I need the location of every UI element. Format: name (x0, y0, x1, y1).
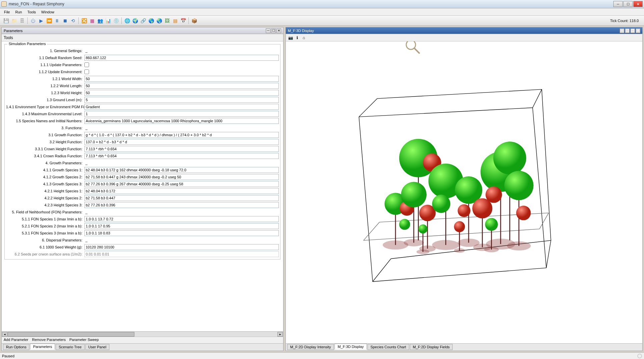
scroll-left-icon[interactable]: ◄ (2, 332, 7, 337)
close-button[interactable]: ✕ (633, 1, 643, 7)
earth-icon[interactable]: 🌎 (147, 17, 155, 24)
calendar-icon[interactable]: 📅 (179, 17, 187, 24)
main-split: Parameters ─ ☐ ✕ Tools Simulation Parame… (0, 26, 644, 352)
export-icon[interactable]: 📦 (190, 17, 198, 24)
step-icon[interactable]: ⏩ (45, 17, 53, 24)
grid-icon[interactable]: ▦ (88, 17, 96, 24)
growth-function-input[interactable] (84, 132, 279, 138)
folder-icon[interactable]: 📁 (10, 17, 18, 24)
param-value: _ (84, 238, 279, 242)
panel-maximize-icon[interactable]: ☐ (625, 28, 630, 33)
horizontal-scrollbar[interactable]: ◄ ► (2, 331, 283, 337)
svg-point-35 (458, 204, 470, 217)
world-height-input[interactable] (84, 90, 279, 96)
save-icon[interactable]: 💾 (2, 17, 10, 24)
default-random-seed-input[interactable] (84, 55, 279, 61)
remove-parameters-link[interactable]: Remove Parameters (32, 338, 66, 342)
display-panel-header: M_F:3D Display ─ ☐ ❐ ✕ (286, 27, 642, 34)
param-label: 1.2.3 World Height: (6, 91, 84, 95)
database-icon[interactable]: 🗄 (18, 17, 26, 24)
param-label: 4.1.1 Growth Species 1: (6, 168, 84, 172)
globe-icon[interactable]: 🌐 (123, 17, 131, 24)
menu-tools[interactable]: Tools (25, 9, 39, 15)
tab-3d-display[interactable]: M_F:3D Display (335, 344, 367, 350)
panel-close-icon[interactable]: ✕ (636, 28, 640, 33)
network-icon[interactable]: 🔗 (139, 17, 147, 24)
power-icon[interactable]: ⏻ (29, 17, 37, 24)
height-function-input[interactable] (84, 139, 279, 145)
height-species-3-input[interactable] (84, 202, 279, 208)
scroll-thumb[interactable] (8, 332, 134, 337)
tab-parameters[interactable]: Parameters (30, 344, 55, 350)
menu-window[interactable]: Window (39, 9, 57, 15)
fon-species-2-input[interactable] (84, 223, 279, 229)
statusbar: Paused (0, 352, 644, 359)
separator (121, 17, 122, 24)
growth-species-3-input[interactable] (84, 181, 279, 187)
world-icon[interactable]: 🌍 (131, 17, 139, 24)
height-species-2-input[interactable] (84, 195, 279, 201)
tab-run-options[interactable]: Run Options (3, 344, 29, 350)
parameters-scroll-area[interactable]: Simulation Parameters 1. General Setting… (2, 41, 283, 331)
tab-2d-intensity[interactable]: M_F:2D Display Intensity (287, 344, 334, 350)
param-label: 6. Dispersal Parameters: (6, 238, 84, 242)
info-icon[interactable]: ℹ (294, 35, 300, 40)
world-width-input[interactable] (84, 76, 279, 82)
update-parameters-checkbox[interactable] (84, 62, 89, 67)
species-names-input[interactable] (84, 118, 279, 124)
update-environment-checkbox[interactable] (84, 69, 89, 74)
panel-minimize-icon[interactable]: ─ (266, 28, 270, 33)
home-icon[interactable]: ⌂ (301, 35, 306, 40)
maximize-button[interactable]: ☐ (623, 1, 633, 7)
table-icon[interactable]: ▤ (171, 17, 179, 24)
menu-file[interactable]: File (1, 9, 13, 15)
camera-icon[interactable]: 📷 (288, 35, 293, 40)
environment-type-input[interactable] (84, 104, 279, 110)
image-icon[interactable]: 🖼 (163, 17, 171, 24)
tree-icon[interactable]: 🔀 (80, 17, 88, 24)
parameter-sweep-link[interactable]: Parameter Sweep (69, 338, 99, 342)
crown-height-function-input[interactable] (84, 146, 279, 152)
planet-icon[interactable]: 🌏 (155, 17, 163, 24)
ground-level-input[interactable] (84, 97, 279, 103)
add-parameter-link[interactable]: Add Parameter (4, 338, 28, 342)
fon-species-1-input[interactable] (84, 216, 279, 222)
left-pane: Parameters ─ ☐ ✕ Tools Simulation Parame… (1, 27, 283, 351)
3d-display-canvas[interactable] (286, 41, 642, 343)
height-species-1-input[interactable] (84, 188, 279, 194)
svg-point-30 (401, 182, 427, 207)
growth-species-2-input[interactable] (84, 174, 279, 180)
param-label: 1.2.1 World Width: (6, 77, 84, 81)
seed-weight-input[interactable] (84, 244, 279, 250)
max-env-level-input[interactable] (84, 111, 279, 117)
disc-icon[interactable]: 💿 (112, 17, 120, 24)
tab-species-counts[interactable]: Species Counts Chart (368, 344, 409, 350)
menu-run[interactable]: Run (13, 9, 25, 15)
stop-icon[interactable]: ⏹ (61, 17, 69, 24)
chart-icon[interactable]: 📊 (104, 17, 112, 24)
svg-point-41 (419, 224, 428, 233)
scroll-right-icon[interactable]: ► (277, 332, 283, 337)
minimize-button[interactable]: ─ (613, 1, 623, 7)
svg-point-45 (399, 219, 410, 230)
tab-user-panel[interactable]: User Panel (85, 344, 109, 350)
people-icon[interactable]: 👥 (96, 17, 104, 24)
svg-point-39 (504, 171, 534, 200)
reset-icon[interactable]: ⟲ (69, 17, 77, 24)
seeds-per-crown-input[interactable] (84, 251, 279, 257)
world-length-input[interactable] (84, 83, 279, 89)
play-icon[interactable]: ▶ (37, 17, 45, 24)
crown-radius-function-input[interactable] (84, 153, 279, 159)
panel-close-icon[interactable]: ✕ (276, 28, 281, 33)
separator (27, 17, 28, 24)
panel-minimize-icon[interactable]: ─ (620, 28, 624, 33)
param-label: 1.4.1 Environment Type or Environment PG… (6, 105, 84, 109)
tools-menu[interactable]: Tools (2, 34, 283, 41)
panel-maximize-icon[interactable]: ☐ (271, 28, 276, 33)
growth-species-1-input[interactable] (84, 167, 279, 173)
tab-scenario-tree[interactable]: Scenario Tree (56, 344, 84, 350)
panel-restore-icon[interactable]: ❐ (630, 28, 635, 33)
fon-species-3-input[interactable] (84, 230, 279, 236)
pause-icon[interactable]: ⏸ (53, 17, 61, 24)
tab-2d-fields[interactable]: M_F:2D Display Fields (410, 344, 453, 350)
